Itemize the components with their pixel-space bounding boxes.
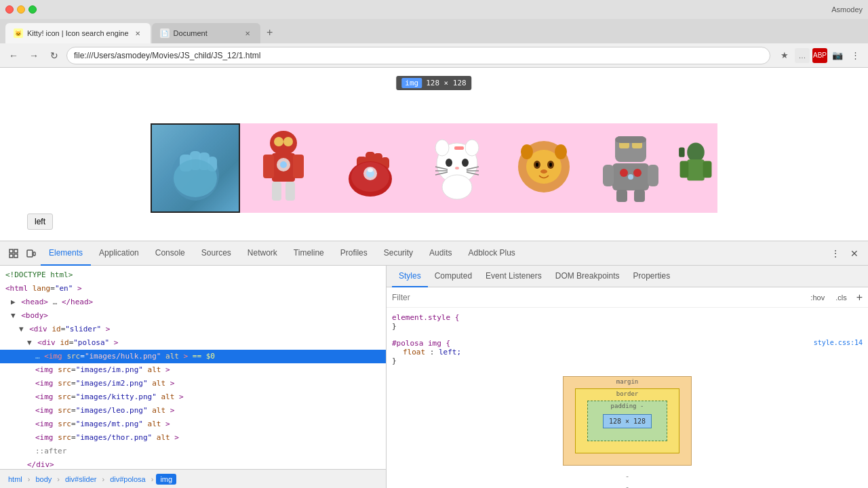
styles-tab-dom-breakpoints[interactable]: DOM Breakpoints <box>549 266 627 287</box>
svg-rect-61 <box>679 147 685 157</box>
dom-img-leo[interactable]: <img src="images/leo.png" alt > <box>0 404 386 418</box>
lion-svg <box>513 133 574 201</box>
tab-application[interactable]: Application <box>91 241 147 266</box>
dom-html[interactable]: <html lang="en" > <box>0 282 386 296</box>
hulk-img <box>152 125 239 211</box>
dom-doctype[interactable]: <!DOCTYPE html> <box>0 268 386 282</box>
minimize-button[interactable] <box>17 5 25 14</box>
abp-icon[interactable]: ABP <box>812 48 827 63</box>
styles-tab-properties[interactable]: Properties <box>626 266 677 287</box>
bookmark-icon[interactable]: ★ <box>777 48 792 63</box>
svg-rect-10 <box>272 182 281 201</box>
tab-elements[interactable]: Elements <box>41 241 91 266</box>
svg-rect-51 <box>615 136 646 143</box>
profile-name: Asmodey <box>831 5 863 14</box>
tab-sources[interactable]: Sources <box>193 241 239 266</box>
styles-tab-event-listeners[interactable]: Event Listeners <box>479 266 549 287</box>
device-mode-icon[interactable] <box>23 245 39 262</box>
nav-icons: ★ … ABP 📷 ⋮ <box>777 48 863 63</box>
tab-adblock[interactable]: Adblock Plus <box>460 241 523 266</box>
breadcrumb-html[interactable]: html <box>5 474 25 485</box>
refresh-button[interactable]: ↻ <box>46 47 62 64</box>
inactive-tab[interactable]: 📄 Document ✕ <box>152 23 260 43</box>
dom-div-polosa-close[interactable]: </div> <box>0 458 386 469</box>
tab-close-btn[interactable]: ✕ <box>133 28 142 38</box>
styles-tab-computed[interactable]: Computed <box>428 266 479 287</box>
svg-point-29 <box>462 159 469 167</box>
tab-security[interactable]: Security <box>376 241 421 266</box>
dom-div-polosa[interactable]: ▼ <div id="polosa" > <box>0 336 386 350</box>
dom-img-kitty[interactable]: <img src="images/kitty.png" alt > <box>0 390 386 404</box>
camera-icon[interactable]: 📷 <box>830 48 845 63</box>
dom-body-open[interactable]: ▼ <body> <box>0 309 386 323</box>
dom-div-slider[interactable]: ▼ <div id="slider" > <box>0 323 386 336</box>
styles-tab-styles[interactable]: Styles <box>392 266 428 287</box>
tab-timeline[interactable]: Timeline <box>285 241 332 266</box>
breadcrumb-div-polosa[interactable]: div#polosa <box>107 474 149 485</box>
extensions-icon[interactable]: … <box>795 48 810 63</box>
devtools-close-icon[interactable]: ✕ <box>846 245 863 262</box>
tab-network[interactable]: Network <box>239 241 285 266</box>
svg-rect-69 <box>27 250 33 257</box>
title-bar: Asmodey <box>0 0 868 19</box>
add-style-rule-button[interactable]: + <box>856 291 863 304</box>
tab-profiles[interactable]: Profiles <box>332 241 376 266</box>
breadcrumb-img[interactable]: img <box>156 474 176 485</box>
box-content-wrapper: 128 × 128 <box>563 376 692 466</box>
dom-head[interactable]: ▶ <head> … </head> <box>0 296 386 309</box>
forward-button[interactable]: → <box>26 47 42 64</box>
traffic-lights <box>5 5 37 14</box>
css-rule-polosa-img: #polosa img { style.css:14 float : left;… <box>392 339 863 365</box>
image-strip <box>151 123 717 213</box>
browser-chrome: Asmodey 🐱 Kitty! icon | Icon search engi… <box>0 0 868 68</box>
dom-img-mt[interactable]: <img src="images/mt.png" alt > <box>0 418 386 431</box>
new-tab-button[interactable]: + <box>262 24 278 41</box>
filter-input[interactable] <box>392 293 801 302</box>
styles-panel: Styles Computed Event Listeners DOM Brea… <box>387 266 868 488</box>
devtools-header: Elements Application Console Sources Net… <box>0 241 868 266</box>
back-button[interactable]: ← <box>5 47 22 64</box>
left-button[interactable]: left <box>27 214 53 230</box>
dom-img-thor[interactable]: <img src="images/thor.png" alt > <box>0 431 386 445</box>
styles-tabs: Styles Computed Event Listeners DOM Brea… <box>387 266 868 287</box>
dom-img-im[interactable]: <img src="images/im.png" alt > <box>0 363 386 377</box>
robot-svg <box>600 131 661 202</box>
svg-point-6 <box>270 131 297 155</box>
tab-console[interactable]: Console <box>147 241 193 266</box>
svg-point-24 <box>368 168 373 172</box>
tab-favicon: 🐱 <box>14 28 23 38</box>
address-bar[interactable]: file:///Users/asmodey/Movies/JS_child/JS… <box>66 47 770 64</box>
breadcrumb-body[interactable]: body <box>33 474 54 485</box>
svg-point-5 <box>174 159 217 197</box>
svg-point-13 <box>283 137 293 146</box>
tooltip-tag: img <box>401 78 422 88</box>
hov-button[interactable]: :hov <box>806 292 829 303</box>
maximize-button[interactable] <box>28 5 37 14</box>
devtools-more-icon[interactable]: ⋮ <box>827 245 844 262</box>
dom-after[interactable]: ::after <box>0 445 386 458</box>
dom-img-im2[interactable]: <img src="images/im2.png" alt > <box>0 377 386 390</box>
breadcrumb-div-slider[interactable]: div#slider <box>62 474 99 485</box>
dom-img-hulk[interactable]: … <img src="images/hulk.png" alt > == $0 <box>0 350 386 363</box>
svg-point-42 <box>555 144 567 159</box>
more-icon[interactable]: ⋮ <box>848 48 863 63</box>
svg-point-46 <box>549 163 552 167</box>
tab-audits[interactable]: Audits <box>421 241 460 266</box>
inspect-element-icon[interactable] <box>5 245 22 262</box>
tab2-label: Document <box>174 29 208 37</box>
active-tab[interactable]: 🐱 Kitty! icon | Icon search engine ✕ <box>5 23 151 43</box>
svg-rect-64 <box>703 161 712 178</box>
cls-button[interactable]: .cls <box>831 292 851 303</box>
selected-image-border <box>151 123 240 213</box>
css-source-link[interactable]: style.css:14 <box>814 339 863 346</box>
svg-rect-63 <box>680 161 689 178</box>
box-bottom-dots: - - <box>392 471 863 488</box>
svg-point-58 <box>628 174 633 180</box>
svg-point-38 <box>442 175 472 199</box>
tab2-close-btn[interactable]: ✕ <box>243 28 252 38</box>
dom-content[interactable]: <!DOCTYPE html> <html lang="en" > ▶ <hea… <box>0 266 386 469</box>
hulk-svg <box>165 134 226 202</box>
filter-actions: :hov .cls <box>806 292 850 303</box>
box-content: 128 × 128 <box>603 414 652 428</box>
close-button[interactable] <box>5 5 14 14</box>
